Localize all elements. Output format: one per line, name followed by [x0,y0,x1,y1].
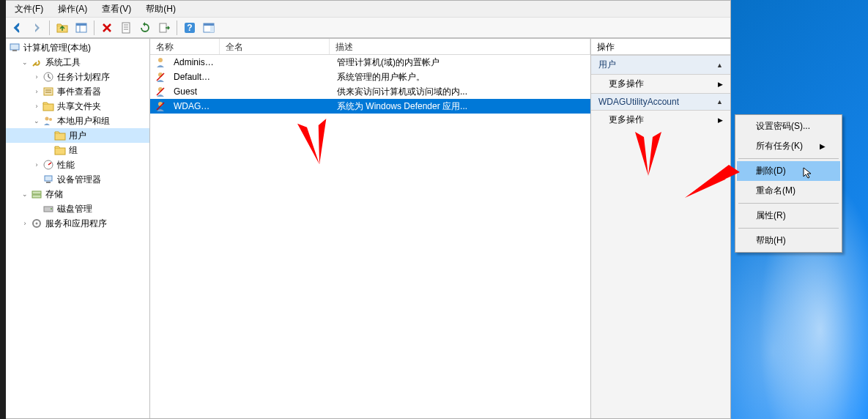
console-tree[interactable]: 计算机管理(本地) ⌄ 系统工具 › 任务计划程序 › 事件查看器 › 共享文件… [6,39,150,418]
ctx-delete[interactable]: 删除(D) [737,161,840,181]
menu-file[interactable]: 文件(F) [9,1,49,17]
ctx-label: 所有任务(K) [756,140,803,152]
properties-sheet-icon [120,22,132,34]
tree-label: 系统工具 [45,56,81,69]
expander-open-icon[interactable]: ⌄ [32,116,41,125]
tree-services-apps[interactable]: › 服务和应用程序 [6,216,149,231]
tree-shared-folders[interactable]: › 共享文件夹 [6,99,149,114]
ctx-label: 设置密码(S)... [756,120,810,133]
tree-root[interactable]: 计算机管理(本地) [6,40,149,55]
properties-button[interactable] [117,19,135,37]
shared-folder-icon [42,100,54,112]
ctx-set-password[interactable]: 设置密码(S)... [737,116,840,136]
svg-rect-29 [32,195,41,198]
users-list: 名称 全名 描述 Administrat...管理计算机(域)的内置帐户Defa… [150,39,591,418]
menu-help[interactable]: 帮助(H) [140,1,182,17]
tree-label: 组 [69,144,78,157]
disk-icon [42,203,54,215]
show-hide-tree-button[interactable] [73,19,90,37]
clock-icon [42,71,54,83]
cell-name: WDAGUtilit... [168,100,221,113]
cell-description: 供来宾访问计算机或访问域的内... [331,84,590,100]
delete-button[interactable] [98,19,116,37]
refresh-button[interactable] [136,19,154,37]
user-row[interactable]: DefaultAcc...系统管理的用户帐户。 [150,70,590,84]
tools-icon [31,56,42,68]
ctx-properties[interactable]: 属性(R) [737,206,840,226]
export-button[interactable] [155,19,173,37]
svg-text:?: ? [187,23,192,33]
svg-rect-24 [55,148,65,155]
cell-fullname [221,61,331,64]
forward-icon [31,22,42,34]
cell-description: 管理计算机(域)的内置帐户 [331,55,590,70]
tree-local-users-groups[interactable]: ⌄ 本地用户和组 [6,114,149,128]
tree-label: 共享文件夹 [57,100,101,113]
tree-label: 磁盘管理 [57,203,92,215]
tree-task-scheduler[interactable]: › 任务计划程序 [6,70,149,84]
tree-storage[interactable]: ⌄ 存储 [6,187,149,201]
actions-section-users[interactable]: 用户 ▲ [591,55,730,75]
help-button[interactable]: ? [181,19,199,37]
svg-rect-13 [210,26,214,32]
tree-groups[interactable]: 组 [6,143,149,157]
panes-icon [75,22,87,34]
col-fullname[interactable]: 全名 [220,39,330,54]
show-actions-button[interactable] [200,19,218,37]
user-row[interactable]: Administrat...管理计算机(域)的内置帐户 [150,55,590,70]
tree-users[interactable]: 用户 [6,128,149,143]
computer-management-window: 文件(F) 操作(A) 查看(V) 帮助(H) [6,0,731,419]
performance-icon [42,159,54,171]
list-body[interactable]: Administrat...管理计算机(域)的内置帐户DefaultAcc...… [150,55,590,418]
ctx-rename[interactable]: 重命名(M) [737,181,840,201]
tree-label: 任务计划程序 [57,71,110,84]
svg-rect-12 [204,23,214,26]
tree-event-viewer[interactable]: › 事件查看器 [6,84,149,99]
actions-pane-icon [203,22,215,34]
actions-more-2[interactable]: 更多操作 ▶ [591,111,730,129]
tree-performance[interactable]: › 性能 [6,157,149,172]
svg-rect-2 [76,23,86,26]
tree-device-manager[interactable]: 设备管理器 [6,172,149,187]
expander-closed-icon[interactable]: › [32,73,41,81]
expander-open-icon[interactable]: ⌄ [21,190,29,199]
back-button[interactable] [9,19,26,37]
expander-closed-icon[interactable]: › [32,102,41,111]
obscured-left-strip [0,0,6,419]
user-row[interactable]: Guest供来宾访问计算机或访问域的内... [150,84,590,99]
ctx-separator [738,203,839,204]
tree-label: 用户 [69,130,86,142]
tree-system-tools[interactable]: ⌄ 系统工具 [6,55,149,70]
col-name[interactable]: 名称 [150,39,220,54]
submenu-arrow-icon: ▶ [820,142,826,150]
context-menu: 设置密码(S)... 所有任务(K)▶ 删除(D) 重命名(M) 属性(R) 帮… [735,114,842,253]
expander-open-icon[interactable]: ⌄ [21,58,29,67]
svg-point-33 [36,223,38,225]
user-disabled-icon [155,100,166,112]
expander-closed-icon[interactable]: › [21,219,29,228]
ctx-all-tasks[interactable]: 所有任务(K)▶ [737,136,840,156]
tree-disk-management[interactable]: 磁盘管理 [6,201,149,216]
event-log-icon [42,86,54,97]
submenu-arrow-icon: ▶ [718,116,723,124]
menu-action[interactable]: 操作(A) [52,1,93,17]
ctx-separator [738,158,839,159]
expander-closed-icon[interactable]: › [32,87,41,96]
svg-point-22 [49,118,52,121]
cell-name: Guest [168,85,221,98]
menu-view[interactable]: 查看(V) [96,1,137,17]
ctx-help[interactable]: 帮助(H) [737,231,840,251]
actions-section-selected[interactable]: WDAGUtilityAccount ▲ [591,93,730,111]
svg-rect-17 [44,88,53,95]
expander-closed-icon[interactable]: › [32,160,41,169]
col-desc[interactable]: 描述 [330,39,590,54]
cell-fullname [221,75,331,78]
forward-button[interactable] [28,19,45,37]
actions-more-1[interactable]: 更多操作 ▶ [591,75,730,93]
up-folder-button[interactable] [53,19,71,37]
cell-fullname [221,90,331,93]
refresh-icon [139,22,151,34]
user-row[interactable]: WDAGUtilit...系统为 Windows Defender 应用... [150,99,590,114]
svg-rect-15 [12,50,17,51]
collapse-arrow-icon: ▲ [716,98,723,105]
